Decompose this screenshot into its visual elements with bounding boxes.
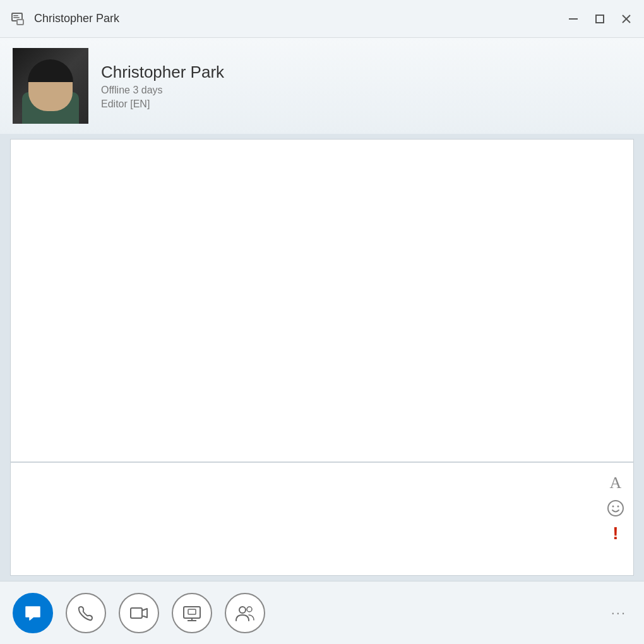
- svg-rect-2: [13, 15, 18, 16]
- svg-rect-7: [596, 15, 604, 23]
- minimize-button[interactable]: [566, 11, 581, 27]
- svg-rect-5: [18, 20, 23, 24]
- chat-button[interactable]: [13, 593, 53, 633]
- contact-status: Offline 3 days: [101, 85, 224, 96]
- window-controls: [566, 11, 634, 27]
- contact-name: Christopher Park: [101, 63, 224, 82]
- svg-point-19: [239, 607, 246, 613]
- svg-rect-13: [131, 608, 142, 618]
- app-icon: [10, 10, 28, 28]
- svg-rect-18: [188, 609, 196, 614]
- video-button[interactable]: [119, 593, 159, 633]
- title-bar: Christopher Park: [0, 0, 644, 38]
- emoji-button[interactable]: [605, 498, 626, 518]
- maximize-button[interactable]: [592, 11, 607, 27]
- input-area[interactable]: A !: [10, 462, 634, 576]
- contact-role: Editor [EN]: [101, 98, 224, 110]
- action-buttons: [13, 593, 606, 633]
- svg-rect-3: [13, 17, 20, 18]
- svg-point-11: [612, 506, 614, 508]
- svg-rect-6: [569, 18, 578, 20]
- avatar: [13, 48, 88, 124]
- svg-point-10: [608, 501, 623, 516]
- window-title: Christopher Park: [34, 12, 566, 25]
- action-bar: ···: [0, 581, 644, 644]
- input-toolbar: A !: [605, 473, 626, 544]
- svg-point-12: [617, 506, 619, 508]
- call-button[interactable]: [66, 593, 106, 633]
- font-button[interactable]: A: [605, 473, 626, 493]
- more-options-button[interactable]: ···: [606, 600, 631, 626]
- main-content: A !: [0, 134, 644, 581]
- chat-area[interactable]: [10, 139, 634, 462]
- svg-rect-14: [184, 607, 200, 618]
- close-button[interactable]: [619, 11, 634, 27]
- important-button[interactable]: !: [605, 523, 626, 544]
- contact-info: Christopher Park Offline 3 days Editor […: [101, 63, 224, 110]
- people-button[interactable]: [225, 593, 265, 633]
- svg-point-20: [247, 607, 252, 612]
- contact-header: Christopher Park Offline 3 days Editor […: [0, 38, 644, 134]
- screen-share-button[interactable]: [172, 593, 212, 633]
